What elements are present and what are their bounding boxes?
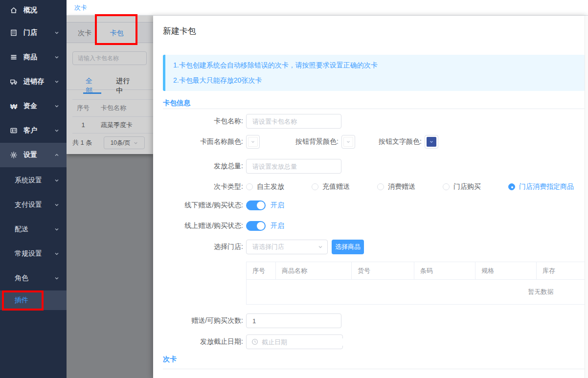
card-name-color-picker[interactable] bbox=[246, 135, 260, 149]
radio-label: 门店消费指定商品 bbox=[519, 182, 574, 191]
offline-status-toggle[interactable] bbox=[246, 200, 266, 210]
idcard-icon bbox=[9, 127, 19, 134]
field-label: 发放总量: bbox=[163, 162, 243, 171]
form-row-card-type: 次卡类型: 自主发放 充值赠送 消费赠送 门店购买 门店消费指定商品 bbox=[163, 182, 574, 191]
submenu-label: 角色 bbox=[15, 274, 54, 283]
form-row-total-issue: 发放总量: bbox=[163, 159, 341, 174]
deadline-date-picker[interactable] bbox=[246, 334, 343, 349]
chevron-down-icon bbox=[54, 226, 60, 232]
radio-label: 门店购买 bbox=[453, 182, 481, 191]
notice-line: 2.卡包最大只能存放20张次卡 bbox=[173, 76, 577, 85]
radio-store-consume-product[interactable]: 门店消费指定商品 bbox=[508, 182, 574, 191]
settings-submenu: 系统设置 支付设置 配送 常规设置 角色 bbox=[0, 168, 67, 310]
topbar: 次卡 bbox=[67, 0, 588, 16]
radio-label: 消费赠送 bbox=[388, 182, 415, 191]
chevron-down-icon bbox=[54, 202, 60, 208]
field-label: 线上赠送/购买状态: bbox=[163, 222, 243, 230]
field-label: 按钮背景颜色: bbox=[260, 137, 339, 146]
store-select[interactable]: 请选择门店 bbox=[246, 240, 328, 254]
sidebar-item-funds[interactable]: ₩ 资金 bbox=[0, 94, 67, 118]
sidebar-item-inventory[interactable]: 进销存 bbox=[0, 69, 67, 94]
form-row-purchase-times: 赠送/可购买次数: bbox=[163, 313, 341, 328]
radio-icon bbox=[377, 183, 384, 190]
field-label: 卡面名称颜色: bbox=[163, 137, 243, 146]
column-header-barcode: 条码 bbox=[414, 262, 475, 279]
sidebar-item-customers[interactable]: 客户 bbox=[0, 118, 67, 143]
page-title: 新建卡包 bbox=[163, 25, 196, 37]
field-label: 选择门店: bbox=[163, 243, 243, 251]
product-table-header: 序号 商品名称 货号 条码 规格 库存 bbox=[247, 262, 588, 280]
sidebar-item-payment-settings[interactable]: 支付设置 bbox=[0, 193, 67, 217]
color-swatch-navy bbox=[427, 137, 436, 147]
column-header-index: 序号 bbox=[247, 262, 276, 279]
sidebar-item-label: 门店 bbox=[23, 28, 54, 37]
chevron-down-icon bbox=[54, 128, 60, 133]
column-header-product-name: 商品名称 bbox=[276, 262, 352, 279]
form-row-offline-status: 线下赠送/购买状态: 开启 bbox=[163, 200, 284, 210]
column-header-stock: 库存 bbox=[537, 262, 588, 279]
gear-icon bbox=[9, 151, 19, 159]
sidebar-item-system-settings[interactable]: 系统设置 bbox=[0, 168, 67, 193]
field-label: 次卡类型: bbox=[163, 182, 243, 191]
submenu-label: 插件 bbox=[15, 296, 60, 305]
radio-icon bbox=[312, 183, 318, 190]
field-label: 按钮文字颜色: bbox=[355, 137, 422, 146]
list-panel-strip: 次卡 卡包 全部 进行中 序号 卡包名称 1 蔬菜季度卡 共 1 条 10条/页 bbox=[67, 16, 153, 378]
submenu-label: 支付设置 bbox=[15, 200, 54, 209]
radio-consume-gift[interactable]: 消费赠送 bbox=[377, 182, 415, 191]
sidebar-item-stores[interactable]: 门店 bbox=[0, 21, 67, 45]
toggle-state-label: 开启 bbox=[271, 201, 284, 210]
home-icon bbox=[9, 6, 19, 14]
section-cika: 次卡 bbox=[163, 355, 177, 364]
modal-overlay[interactable] bbox=[67, 16, 153, 378]
sidebar-item-products[interactable]: 商品 bbox=[0, 45, 67, 69]
radio-icon bbox=[443, 183, 450, 190]
submenu-label: 常规设置 bbox=[15, 249, 54, 258]
select-product-button[interactable]: 选择商品 bbox=[332, 240, 364, 254]
column-header-spec: 规格 bbox=[475, 262, 537, 279]
sidebar-item-label: 客户 bbox=[23, 126, 54, 135]
button-bg-color-picker[interactable] bbox=[341, 135, 355, 149]
button-text-color-picker[interactable] bbox=[425, 135, 438, 149]
sidebar-item-general-settings[interactable]: 常规设置 bbox=[0, 242, 67, 266]
total-issue-input[interactable] bbox=[246, 159, 341, 174]
sidebar-item-plugins[interactable]: 插件 bbox=[0, 290, 67, 310]
online-status-toggle[interactable] bbox=[246, 221, 266, 231]
field-label: 赠送/可购买次数: bbox=[163, 316, 243, 325]
deadline-input[interactable] bbox=[262, 338, 348, 346]
form-row-colors: 卡面名称颜色: 按钮背景颜色: 按钮文字颜色: bbox=[163, 135, 438, 149]
sidebar-item-delivery[interactable]: 配送 bbox=[0, 217, 67, 242]
notice-line: 1.卡包创建系统会自动移除错误的次卡，请按照要求设置正确的次卡 bbox=[173, 61, 577, 70]
chevron-down-icon bbox=[54, 251, 60, 257]
sidebar-item-roles[interactable]: 角色 bbox=[0, 266, 67, 290]
radio-icon bbox=[246, 183, 253, 190]
package-name-input[interactable] bbox=[246, 114, 341, 129]
sidebar: 概况 门店 商品 进销存 ₩ 资金 bbox=[0, 0, 67, 378]
sidebar-item-overview[interactable]: 概况 bbox=[0, 0, 67, 21]
divider bbox=[163, 369, 585, 369]
table-empty-state: 暂无数据 bbox=[247, 280, 588, 305]
select-placeholder: 请选择门店 bbox=[252, 243, 317, 251]
chevron-down-icon bbox=[54, 103, 60, 109]
sidebar-item-settings[interactable]: 设置 bbox=[0, 143, 67, 167]
submenu-label: 配送 bbox=[15, 225, 54, 234]
radio-recharge-gift[interactable]: 充值赠送 bbox=[312, 182, 350, 191]
truck-icon bbox=[9, 78, 19, 86]
form-row-online-status: 线上赠送/购买状态: 开启 bbox=[163, 221, 284, 231]
scrollbar[interactable] bbox=[585, 16, 588, 378]
chevron-down-icon bbox=[54, 178, 60, 183]
color-swatch-white bbox=[343, 137, 353, 147]
purchase-times-input[interactable] bbox=[246, 313, 341, 328]
form-row-store-select: 选择门店: 请选择门店 选择商品 bbox=[163, 240, 364, 254]
sidebar-item-label: 概况 bbox=[23, 6, 60, 15]
radio-self-issue[interactable]: 自主发放 bbox=[246, 182, 284, 191]
clock-icon bbox=[251, 338, 258, 345]
store-icon bbox=[9, 29, 19, 37]
chevron-down-icon bbox=[317, 244, 323, 250]
submenu-label: 系统设置 bbox=[15, 176, 54, 185]
radio-selected-icon bbox=[508, 183, 515, 190]
radio-store-purchase[interactable]: 门店购买 bbox=[443, 182, 481, 191]
topbar-tab-cika[interactable]: 次卡 bbox=[74, 0, 87, 15]
form-row-deadline: 发放截止日期: bbox=[163, 334, 343, 349]
form-row-package-name: 卡包名称: bbox=[163, 114, 341, 129]
